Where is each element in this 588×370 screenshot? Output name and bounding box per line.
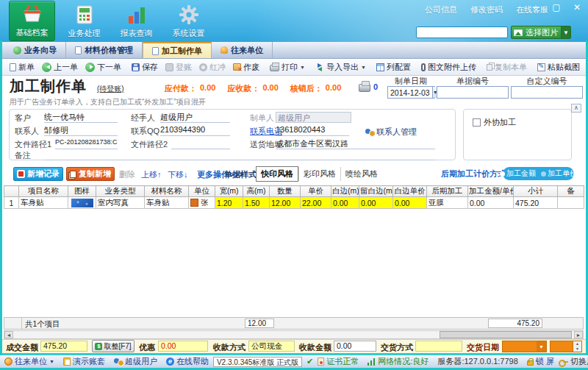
qq-field[interactable]: 2103944390 — [160, 125, 230, 136]
image-icon — [514, 29, 523, 36]
discount-input[interactable]: 0.00 — [158, 341, 208, 352]
lock-screen-button[interactable]: 锁 屏 — [527, 356, 554, 367]
statusbar-account-set[interactable]: 演示账套 — [63, 356, 105, 367]
round-button[interactable]: $ 取整[F7] — [92, 340, 135, 352]
doc-number-input[interactable] — [437, 86, 509, 99]
move-down-link[interactable]: 下移↓ — [168, 169, 188, 180]
cell-process-amount[interactable]: 0.00 — [468, 197, 514, 209]
add-record-button[interactable]: 新增记录 — [13, 167, 63, 181]
deal-amount-input[interactable]: 475.20 — [40, 341, 87, 352]
spinner-arrows[interactable]: ▲▼ — [573, 341, 581, 352]
bar-chart-icon — [126, 4, 148, 26]
post-account-button[interactable]: 登账 — [162, 62, 196, 73]
delivery-address-field[interactable]: 成都市金牛区蜀汉路 — [276, 138, 435, 149]
style-quickprint[interactable]: 快印风格 — [256, 166, 298, 182]
move-up-link[interactable]: 上移↑ — [141, 169, 162, 180]
cell-height[interactable]: 1.50 — [243, 197, 270, 209]
copy-add-button[interactable]: 复制新增 — [66, 167, 115, 181]
delete-row-link[interactable]: 删除 — [119, 169, 135, 180]
prev-order-button[interactable]: 上一单 — [38, 62, 82, 73]
cell-material[interactable]: 车身贴 — [145, 197, 189, 209]
contact-field[interactable]: 邹修明 — [44, 125, 118, 136]
tab-material-price[interactable]: 材料价格管理 — [66, 42, 143, 58]
company-info-link[interactable]: 公司信息 — [425, 4, 457, 15]
printer-icon[interactable] — [359, 84, 370, 92]
print-dropdown-arrow[interactable]: ▼ — [300, 65, 305, 70]
delivery-time-spinner[interactable]: ▲▼ — [550, 341, 582, 352]
cell-width[interactable]: 1.20 — [215, 197, 243, 209]
import-export-dropdown-arrow[interactable]: ▼ — [361, 65, 366, 70]
maximize-button[interactable]: ▢ — [550, 2, 563, 13]
cell-remark[interactable] — [558, 197, 584, 209]
statusbar-online-help[interactable]: e 在线帮助 — [166, 356, 209, 367]
pricing-unitprice-option[interactable]: 加工单价 — [541, 168, 577, 179]
style-colorprint[interactable]: 彩印风格 — [298, 167, 340, 181]
attachment-upload-button[interactable]: 图文附件上传 — [417, 62, 480, 73]
change-password-link[interactable]: 修改密码 — [470, 4, 503, 15]
custom-number-input[interactable] — [511, 86, 583, 99]
collapse-panel-button[interactable]: ∧ — [571, 104, 581, 113]
save-button[interactable]: 保存 — [128, 62, 162, 73]
note-field[interactable] — [44, 149, 435, 160]
customer-field[interactable]: 统一优马特 — [44, 112, 118, 123]
tab-business-wizard[interactable]: 业务向导 — [4, 42, 66, 58]
print-button[interactable]: 打印▼ — [266, 62, 309, 73]
contact-manage-button[interactable]: 联系人管理 — [365, 127, 417, 138]
phone-field[interactable]: 13618020443 — [276, 125, 349, 136]
pick-image-button[interactable]: 选择图片 ▼ — [511, 26, 571, 39]
next-order-button[interactable]: 下一单 — [82, 62, 125, 73]
minimize-button[interactable]: ─ — [529, 2, 542, 13]
nav-report-query[interactable]: 报表查询 — [113, 1, 159, 41]
nav-business-process[interactable]: 业务处理 — [61, 1, 107, 41]
cell-post-process[interactable]: 亚膜 — [427, 197, 468, 209]
horizontal-scrollbar[interactable]: ◄ ► — [4, 330, 584, 339]
cell-edge-price[interactable]: 0.00 — [393, 197, 427, 209]
ledger-icon — [165, 63, 173, 71]
scroll-left-arrow[interactable]: ◄ — [4, 331, 13, 338]
style-inkjet[interactable]: 喷绘风格 — [340, 167, 382, 181]
cell-subtotal[interactable]: 475.20 — [514, 197, 558, 209]
nav-basic-archive[interactable]: 基础档案 — [9, 1, 55, 41]
cell-price[interactable]: 22.00 — [301, 197, 331, 209]
order-date-combo[interactable]: 2014-12-03 ▼ — [387, 86, 435, 99]
tab-processing-order[interactable]: 加工制作单 — [143, 42, 212, 58]
paste-screenshot-button[interactable]: 粘贴截图 — [534, 62, 584, 73]
window-controls: ─ ▢ ✕ — [529, 2, 584, 13]
pricing-amount-option[interactable]: 加工金额 — [500, 168, 536, 179]
cell-unit[interactable]: 张 — [189, 197, 215, 209]
scroll-right-arrow[interactable]: ► — [574, 331, 583, 338]
delivery-date-combo[interactable]: ▼ — [502, 341, 547, 352]
statusbar-current-user[interactable]: 超级用户 — [114, 356, 157, 367]
file-path2-field[interactable] — [171, 138, 230, 149]
copy-order-button[interactable]: 复制本单 — [483, 62, 531, 73]
column-config-button[interactable]: 列配置 — [373, 62, 415, 73]
cell-qty[interactable]: 12.00 — [270, 197, 301, 209]
pick-image-dropdown[interactable]: ▼ — [561, 26, 570, 38]
file-path1-field[interactable]: PC-201208281738:C:\Users — [55, 138, 118, 149]
doc-status-badge: (待登账) — [97, 84, 124, 94]
cell-image[interactable] — [68, 197, 96, 209]
cell-business-type[interactable]: 室内写真 — [96, 197, 145, 209]
close-button[interactable]: ✕ — [570, 2, 584, 13]
handler-field[interactable]: 超级用户 — [160, 112, 230, 123]
cell-item-name[interactable]: 车身贴 — [19, 197, 68, 209]
nav-system-settings[interactable]: 系统设置 — [165, 1, 212, 41]
version-badge: V2.3.0.345标准版 正式版 — [213, 357, 302, 367]
void-button[interactable]: 作废 — [229, 62, 263, 73]
chevron-down-icon[interactable]: ▼ — [537, 341, 546, 352]
red-reverse-button[interactable]: 红冲 — [196, 62, 229, 73]
outsource-checkbox[interactable] — [473, 118, 481, 127]
received-amount-input[interactable]: 0.00 — [334, 341, 376, 352]
delivery-method-input[interactable] — [415, 341, 462, 352]
scrollbar-thumb[interactable] — [440, 331, 572, 338]
tab-business-contacts[interactable]: 往来单位 — [212, 42, 273, 58]
cell-white-edge[interactable]: 0.00 — [331, 197, 359, 209]
cell-reserved-edge[interactable]: 0.00 — [359, 197, 393, 209]
import-export-button[interactable]: 导入导出▼ — [312, 62, 370, 73]
switch-user-button[interactable]: 切换用户 — [559, 356, 588, 367]
pay-method-input[interactable]: 公司现金 — [248, 341, 295, 352]
new-order-button[interactable]: 新单 — [6, 62, 38, 73]
image-search-input[interactable] — [416, 26, 508, 38]
col-image: 图样 — [68, 186, 96, 197]
statusbar-contacts-button[interactable]: 往来单位 ▼ — [4, 356, 54, 367]
